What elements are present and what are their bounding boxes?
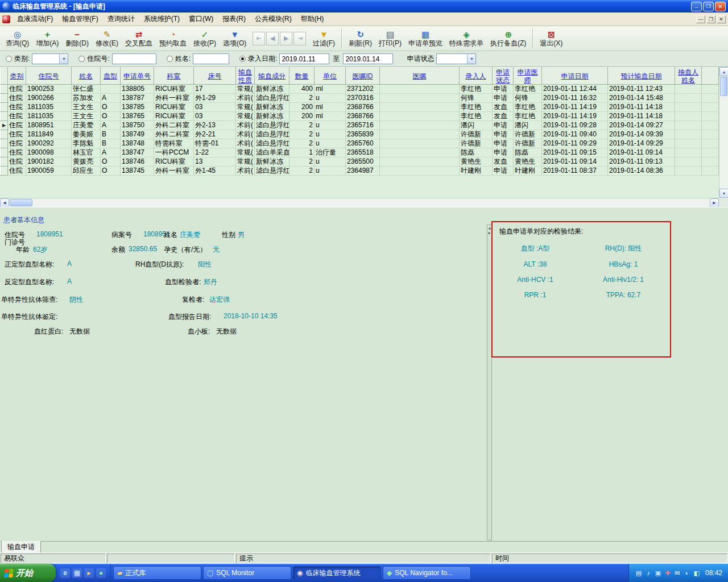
name-radio[interactable] bbox=[167, 56, 173, 62]
inpatient-no-input[interactable] bbox=[112, 53, 156, 64]
task-button-1[interactable]: ▰正式库 bbox=[113, 566, 201, 580]
menu-item-6[interactable]: 报表(R) bbox=[218, 13, 250, 26]
scroll-up-icon[interactable] bbox=[719, 67, 728, 76]
entry-date-radio[interactable] bbox=[239, 56, 246, 62]
grid-vertical-scrollbar[interactable] bbox=[719, 67, 728, 198]
close-button[interactable] bbox=[715, 2, 726, 11]
receive-button[interactable]: ✓接收(P) bbox=[190, 27, 220, 50]
column-header-17[interactable]: 申请日期 bbox=[542, 68, 608, 85]
prepare-blood-button[interactable]: ⊕执行备血(Z) bbox=[487, 27, 530, 50]
print-button[interactable]: ▤打印(P) bbox=[375, 27, 405, 50]
delete-button[interactable]: −删除(D) bbox=[62, 27, 92, 50]
add-button[interactable]: +增加(A) bbox=[32, 27, 62, 50]
printer-tray-icon[interactable]: ▤ bbox=[635, 569, 643, 577]
nav-next-button[interactable]: ▶ bbox=[280, 32, 292, 45]
scroll-right-icon[interactable] bbox=[710, 198, 719, 207]
exit-button[interactable]: ⊠退出(X) bbox=[536, 27, 566, 50]
column-header-7[interactable]: 床号 bbox=[194, 68, 236, 85]
category-select[interactable] bbox=[32, 53, 68, 64]
vertical-scroll-thumb[interactable] bbox=[720, 77, 727, 96]
grid-row[interactable]: 住院1900253张仁盛138805RICU科室17常规(新鲜冰冻400ml23… bbox=[1, 85, 719, 94]
column-header-11[interactable]: 单位 bbox=[315, 68, 346, 85]
filter-button[interactable]: ▼过滤(F) bbox=[309, 27, 338, 50]
ie-icon[interactable]: e bbox=[60, 568, 70, 578]
display-icon[interactable]: ◧ bbox=[693, 569, 701, 577]
grid-row[interactable]: 住院1900266苏加发A138787外科一科室外1-29术前(滤白悬浮红2u2… bbox=[1, 94, 719, 103]
mdi-close-button[interactable] bbox=[717, 15, 726, 23]
inpatient-no-radio[interactable] bbox=[78, 56, 85, 62]
column-header-3[interactable]: 姓名 bbox=[72, 68, 101, 85]
task-button-3[interactable]: ◉临床输血管理系统 bbox=[293, 566, 381, 580]
category-radio[interactable] bbox=[6, 56, 12, 62]
scroll-left-icon[interactable] bbox=[0, 198, 9, 207]
query-button[interactable]: ◎查询(Q) bbox=[2, 27, 32, 50]
column-header-13[interactable]: 医嘱 bbox=[380, 68, 460, 85]
entry-date-to-input[interactable] bbox=[343, 53, 393, 64]
start-button[interactable]: 开始 bbox=[0, 564, 56, 582]
column-header-4[interactable]: 血型 bbox=[101, 68, 121, 85]
volume-icon[interactable]: ♪ bbox=[644, 569, 652, 577]
grid-row[interactable]: 住院1900059邱应生O138745外科一科室外1-45术前(滤白悬浮红2u2… bbox=[1, 167, 719, 176]
desktop-icon[interactable]: ▦ bbox=[72, 568, 82, 578]
entry-date-from-input[interactable] bbox=[279, 53, 329, 64]
menu-item-2[interactable]: 输血管理(F) bbox=[57, 13, 102, 26]
task-button-4[interactable]: ◆SQL Navigator fo... bbox=[383, 566, 471, 580]
mdi-minimize-button[interactable] bbox=[696, 15, 705, 23]
column-header-8[interactable]: 输血性质 bbox=[236, 68, 255, 85]
scroll-track[interactable] bbox=[719, 97, 728, 189]
network-icon[interactable]: ▣ bbox=[654, 569, 662, 577]
maximize-button[interactable] bbox=[703, 2, 714, 11]
column-header-12[interactable]: 医嘱ID bbox=[346, 68, 380, 85]
grid-horizontal-scrollbar[interactable] bbox=[0, 198, 719, 207]
minimize-button[interactable] bbox=[691, 2, 702, 11]
media-icon[interactable]: ▸ bbox=[84, 568, 94, 578]
horizontal-scroll-thumb[interactable] bbox=[10, 199, 32, 206]
tab-blood-request[interactable]: 输血申请 bbox=[1, 541, 41, 554]
column-header-14[interactable]: 录入人 bbox=[460, 68, 493, 85]
column-header-15[interactable]: 申请状态 bbox=[493, 68, 514, 85]
grid-row[interactable]: 住院1811849姜美姬B138749外科二科室外2-21术前(滤白悬浮红2u2… bbox=[1, 130, 719, 139]
column-header-5[interactable]: 申请单号 bbox=[121, 68, 154, 85]
grid-row[interactable]: ▶住院1808951庄美爱A138750外科二科室外2-13术前(滤白悬浮红2u… bbox=[1, 121, 719, 130]
chevron-down-icon bbox=[59, 54, 68, 64]
status-select[interactable] bbox=[436, 53, 476, 64]
column-header-9[interactable]: 输血成分 bbox=[255, 68, 289, 85]
options-button[interactable]: ▼选项(O) bbox=[220, 27, 250, 50]
nav-prev-button[interactable]: ◀ bbox=[266, 32, 279, 45]
column-header-10[interactable]: 数量 bbox=[289, 68, 315, 85]
ylz-icon[interactable]: ● bbox=[96, 568, 106, 578]
grid-row[interactable]: 住院1811035王文生O138765RICU科室03常规(新鲜冰冻200ml2… bbox=[1, 112, 719, 121]
menu-item-4[interactable]: 系统维护(T) bbox=[139, 13, 184, 26]
scroll-track[interactable] bbox=[33, 198, 710, 207]
grid-row[interactable]: 住院1900182黄拨亮O138746RICU科室13常规(新鲜冰冻2u2365… bbox=[1, 157, 719, 167]
reserve-blood-button[interactable]: ◔预约取血 bbox=[156, 27, 190, 50]
nav-first-button[interactable]: ⇤ bbox=[253, 32, 265, 45]
crossmatch-button[interactable]: ⇄交叉配血 bbox=[122, 27, 156, 50]
column-header-19[interactable]: 抽血人姓名 bbox=[675, 68, 702, 85]
special-request-button[interactable]: ◈特殊需求单 bbox=[446, 27, 487, 50]
column-header-16[interactable]: 申请医师 bbox=[514, 68, 542, 85]
grid-row[interactable]: 住院1900292李陈魁B138748特需科室特需-01术前(滤白悬浮红2u23… bbox=[1, 139, 719, 148]
scroll-down-icon[interactable] bbox=[719, 189, 728, 198]
message-icon[interactable]: ✉ bbox=[673, 569, 681, 577]
menu-item-3[interactable]: 查询统计 bbox=[103, 13, 139, 26]
name-input[interactable] bbox=[193, 53, 229, 64]
menu-item-7[interactable]: 公共模块(R) bbox=[250, 13, 296, 26]
request-preview-button[interactable]: ▦申请单预览 bbox=[405, 27, 446, 50]
antivirus-icon[interactable]: ✚ bbox=[664, 569, 672, 577]
column-header-18[interactable]: 预计输血日期 bbox=[608, 68, 675, 85]
menu-item-5[interactable]: 窗口(W) bbox=[184, 13, 218, 26]
nav-last-button[interactable]: ⇥ bbox=[293, 32, 306, 45]
modify-button[interactable]: ✎修改(E) bbox=[92, 27, 122, 50]
clock-sync-icon[interactable]: ◐ bbox=[683, 569, 691, 577]
grid-row[interactable]: 住院1811035王文生O138785RICU科室03常规(新鲜冰冻200ml2… bbox=[1, 103, 719, 112]
column-header-1[interactable]: 类别 bbox=[8, 68, 26, 85]
refresh-button[interactable]: ↻刷新(R) bbox=[345, 27, 375, 50]
grid-row[interactable]: 住院1900098林玉官A138747一科PCCM1-22常规(滤白单采血1治疗… bbox=[1, 148, 719, 157]
task-button-2[interactable]: ▢SQL Monitor bbox=[203, 566, 291, 580]
column-header-6[interactable]: 科室 bbox=[154, 68, 194, 85]
menu-item-1[interactable]: 血液流动(F) bbox=[13, 13, 57, 26]
menu-item-8[interactable]: 帮助(H) bbox=[296, 13, 329, 26]
column-header-2[interactable]: 住院号 bbox=[26, 68, 72, 85]
mdi-restore-button[interactable] bbox=[706, 15, 715, 23]
